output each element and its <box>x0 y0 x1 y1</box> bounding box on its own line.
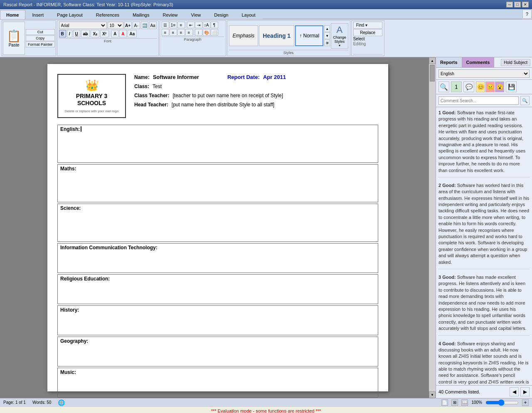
section-geography: Geography: <box>57 337 378 366</box>
justify-button[interactable]: ≡ <box>185 29 193 36</box>
tab-page-layout[interactable]: Page Layout <box>51 10 89 19</box>
numbering-button[interactable]: 1≡ <box>170 22 177 28</box>
style-normal-button[interactable]: ↑ Normal <box>295 25 323 46</box>
shading-button[interactable]: 🎨 <box>203 29 210 36</box>
minimize-button[interactable]: ─ <box>506 2 513 7</box>
speech-bubble-button[interactable]: 💬 <box>463 81 474 92</box>
font-size-select[interactable]: 10 <box>108 22 123 29</box>
style-emphasis-button[interactable]: Emphasis <box>229 25 259 46</box>
styles-scroll-down[interactable]: ▼ <box>324 32 330 39</box>
show-para-button[interactable]: ¶ <box>211 22 218 28</box>
tab-insert[interactable]: Insert <box>26 10 50 19</box>
comment-2-num: 2 <box>438 183 442 188</box>
footer-back-button[interactable]: ◀ <box>510 387 519 396</box>
paste-button[interactable]: 📋 Paste <box>3 22 25 55</box>
tab-references[interactable]: References <box>90 10 126 19</box>
status-bar: Page: 1 of 1 Words: 50 🌐 📄 ⊞ 📖 100% + <box>0 398 532 406</box>
scroll-thumb[interactable] <box>430 65 435 81</box>
zoom-icon-button[interactable]: 🔍 <box>438 81 449 92</box>
subscript-button[interactable]: X₂ <box>91 30 99 37</box>
font-highlight-button[interactable]: A <box>111 30 118 37</box>
font-group: Arial 10 A+ A- 🔤 Aa B I U ab X₂ X² A A <box>57 20 159 56</box>
styles-scroll-up[interactable]: ▲ <box>324 25 330 32</box>
tab-comments[interactable]: Comments <box>462 57 495 67</box>
smiley-button3[interactable]: 😮 <box>495 81 504 92</box>
find-button[interactable]: Find ▾ <box>353 22 382 29</box>
comment-number-button[interactable]: 1 <box>451 81 462 92</box>
underline-button[interactable]: U <box>73 30 80 37</box>
change-styles-icon: A <box>337 25 343 35</box>
footer-forward-button[interactable]: ▶ <box>520 387 530 396</box>
tab-layout[interactable]: Layout <box>235 10 261 19</box>
tab-mailings[interactable]: Mailings <box>126 10 155 19</box>
view-fullscreen-button[interactable]: ⊞ <box>451 399 458 406</box>
document-info: Name: Software Informer Report Date: Apr… <box>134 74 378 118</box>
italic-button[interactable]: I <box>67 30 72 37</box>
strikethrough-button[interactable]: ab <box>81 30 90 37</box>
ribbon-help-button[interactable]: ? <box>522 10 532 19</box>
align-right-button[interactable]: ≡ <box>177 29 185 36</box>
multilevel-list-button[interactable]: ≡ <box>177 22 185 28</box>
section-science: Science: <box>57 204 378 242</box>
comment-search-input[interactable] <box>438 96 519 105</box>
change-styles-button[interactable]: A ChangeStyles ▾ <box>331 23 348 49</box>
hold-subject-button[interactable]: Hold Subject <box>501 59 530 66</box>
change-case-button[interactable]: Aa <box>128 30 137 37</box>
name-value: Software Informer <box>153 74 199 80</box>
font-name-select[interactable]: Arial <box>59 22 107 29</box>
view-reading-button[interactable]: 📖 <box>461 399 468 406</box>
font-color-btn2[interactable]: A <box>119 30 126 37</box>
font-color-button[interactable]: Aa <box>149 22 157 29</box>
bullets-button[interactable]: ☰ <box>162 22 169 28</box>
save-icon-button[interactable]: 💾 <box>506 81 517 92</box>
clear-format-button[interactable]: 🔤 <box>141 22 148 29</box>
tab-design[interactable]: Design <box>208 10 234 19</box>
zoom-slider[interactable] <box>485 399 519 406</box>
section-science-body[interactable] <box>58 212 378 241</box>
tab-home[interactable]: Home <box>0 10 25 19</box>
smiley-button1[interactable]: 😊 <box>476 81 485 92</box>
align-left-button[interactable]: ≡ <box>162 29 169 36</box>
section-re-body[interactable] <box>58 283 378 304</box>
bold-button[interactable]: B <box>59 30 66 37</box>
report-date-label: Report Date: <box>227 74 260 80</box>
section-english-body[interactable] <box>58 133 378 162</box>
tab-reports[interactable]: Reports <box>436 57 462 67</box>
grow-font-button[interactable]: A+ <box>124 22 132 29</box>
school-logo: 👑 PRIMARY 3 SCHOOLS Delete or replace wi… <box>57 74 126 118</box>
scroll-down-button[interactable]: ▼ <box>429 391 436 398</box>
scroll-up-button[interactable]: ▲ <box>429 57 436 64</box>
increase-indent-button[interactable]: ⇥ <box>195 22 202 28</box>
shrink-font-button[interactable]: A- <box>133 22 140 29</box>
format-painter-button[interactable]: Format Painter <box>26 42 55 47</box>
borders-button[interactable]: ⬜ <box>211 29 218 36</box>
section-ict-body[interactable] <box>58 252 378 273</box>
language-select[interactable]: English <box>438 69 530 78</box>
decrease-indent-button[interactable]: ⇤ <box>187 22 195 28</box>
clipboard-group: 📋 Paste Cut Copy Format Painter <box>2 20 56 56</box>
maximize-button[interactable]: □ <box>514 2 521 7</box>
section-history-body[interactable] <box>58 314 378 335</box>
section-geography-body[interactable] <box>58 345 378 366</box>
comment-1-text: Software has made first-rate progress wi… <box>438 110 525 173</box>
replace-button[interactable]: Replace <box>353 29 382 36</box>
style-heading1-button[interactable]: Heading 1 <box>259 25 294 46</box>
align-center-button[interactable]: ≡ <box>170 29 177 36</box>
copy-button[interactable]: Copy <box>26 35 55 41</box>
cut-button[interactable]: Cut <box>26 29 55 35</box>
search-icon-button[interactable]: 🔍 <box>520 96 530 105</box>
view-print-button[interactable]: 📄 <box>441 399 448 406</box>
sort-button[interactable]: ↕A <box>203 22 210 28</box>
smiley-button2[interactable]: 😐 <box>485 81 495 92</box>
vertical-scrollbar[interactable]: ▲ ▼ <box>429 57 436 398</box>
styles-more-button[interactable]: ⊞ <box>324 39 330 46</box>
tab-review[interactable]: Review <box>156 10 184 19</box>
section-music-body[interactable] <box>58 376 378 397</box>
superscript-button[interactable]: X² <box>100 30 108 37</box>
language-icon[interactable]: 🌐 <box>58 399 64 406</box>
section-maths-body[interactable] <box>58 173 378 202</box>
line-spacing-button[interactable]: ↕ <box>195 29 202 36</box>
zoom-in-button[interactable]: + <box>522 399 529 406</box>
close-button[interactable]: ✕ <box>522 2 529 7</box>
tab-view[interactable]: View <box>185 10 207 19</box>
